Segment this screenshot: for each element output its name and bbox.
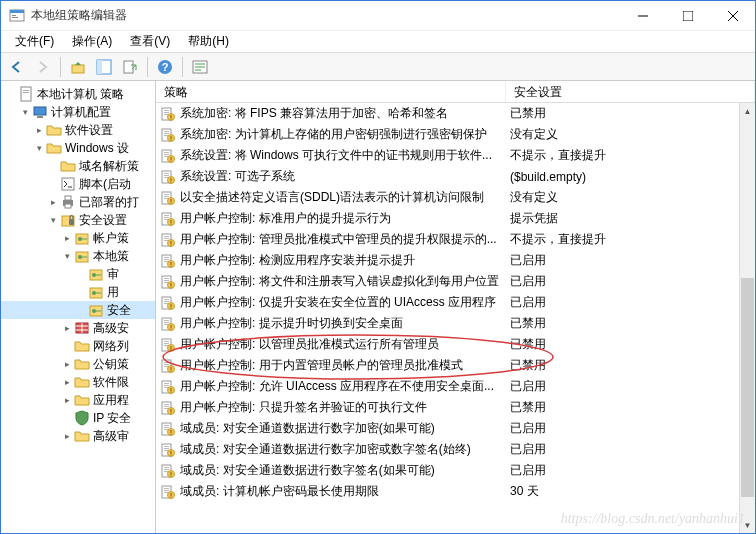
list-row[interactable]: 用户帐户控制: 只提升签名并验证的可执行文件已禁用 xyxy=(156,397,755,418)
menu-file[interactable]: 文件(F) xyxy=(7,31,62,52)
cell-setting: 不提示，直接提升 xyxy=(506,147,755,164)
list-row[interactable]: 域成员: 对安全通道数据进行数字加密或数字签名(始终)已启用 xyxy=(156,439,755,460)
svg-rect-145 xyxy=(171,409,172,412)
tree-item[interactable]: ▾计算机配置 xyxy=(1,103,155,121)
column-header-policy[interactable]: 策略 xyxy=(156,81,506,102)
svg-rect-25 xyxy=(69,219,74,225)
scroll-thumb[interactable] xyxy=(741,278,754,497)
expander-icon[interactable]: ▾ xyxy=(33,143,45,153)
tree-item[interactable]: ▸高级安 xyxy=(1,319,155,337)
policy-icon xyxy=(160,358,176,374)
expander-icon[interactable]: ▾ xyxy=(47,215,59,225)
toolbar-separator xyxy=(147,57,148,77)
folder-icon xyxy=(74,338,90,354)
menu-help[interactable]: 帮助(H) xyxy=(180,31,237,52)
scroll-track[interactable] xyxy=(740,119,755,517)
tree-item[interactable]: ▾安全设置 xyxy=(1,211,155,229)
expander-icon[interactable]: ▸ xyxy=(47,197,59,207)
list-row[interactable]: 用户帐户控制: 标准用户的提升提示行为提示凭据 xyxy=(156,208,755,229)
list-row[interactable]: 用户帐户控制: 仅提升安装在安全位置的 UIAccess 应用程序已启用 xyxy=(156,292,755,313)
tree-item[interactable]: 网络列 xyxy=(1,337,155,355)
tree-item[interactable]: 安全 xyxy=(1,301,155,319)
list-row[interactable]: 用户帐户控制: 将文件和注册表写入错误虚拟化到每用户位置已启用 xyxy=(156,271,755,292)
cell-policy: 用户帐户控制: 允许 UIAccess 应用程序在不使用安全桌面... xyxy=(156,378,506,395)
tree-item[interactable]: ▸高级审 xyxy=(1,427,155,445)
export-button[interactable] xyxy=(118,55,142,79)
expander-icon[interactable]: ▸ xyxy=(61,323,73,333)
scroll-down-button[interactable]: ▼ xyxy=(740,517,755,533)
tree-item[interactable]: ▸公钥策 xyxy=(1,355,155,373)
expander-icon[interactable]: ▾ xyxy=(19,107,31,117)
back-button[interactable] xyxy=(5,55,29,79)
expander-icon[interactable]: ▸ xyxy=(61,395,73,405)
list-row[interactable]: 用户帐户控制: 以管理员批准模式运行所有管理员已禁用 xyxy=(156,334,755,355)
cell-setting: 已禁用 xyxy=(506,336,755,353)
list-row[interactable]: 域成员: 对安全通道数据进行数字加密(如果可能)已启用 xyxy=(156,418,755,439)
tree-item[interactable]: ▸软件限 xyxy=(1,373,155,391)
tree-item[interactable]: ▸应用程 xyxy=(1,391,155,409)
svg-rect-22 xyxy=(65,196,71,200)
expander-icon[interactable]: ▾ xyxy=(61,251,73,261)
svg-rect-125 xyxy=(171,349,172,350)
list-row[interactable]: 用户帐户控制: 提示提升时切换到安全桌面已禁用 xyxy=(156,313,755,334)
tree-item[interactable]: 本地计算机 策略 xyxy=(1,85,155,103)
list-row[interactable]: 用户帐户控制: 管理员批准模式中管理员的提升权限提示的...不提示，直接提升 xyxy=(156,229,755,250)
vertical-scrollbar[interactable]: ▲ ▼ xyxy=(739,103,755,533)
up-button[interactable] xyxy=(66,55,90,79)
menu-view[interactable]: 查看(V) xyxy=(122,31,178,52)
tree-item[interactable]: ▸已部署的打 xyxy=(1,193,155,211)
tree-item[interactable]: IP 安全 xyxy=(1,409,155,427)
tree-item-label: 高级安 xyxy=(93,320,129,337)
lock-icon xyxy=(60,212,76,228)
navigation-tree[interactable]: 本地计算机 策略▾计算机配置▸软件设置▾Windows 设域名解析策脚本(启动▸… xyxy=(1,81,156,533)
list-row[interactable]: 用户帐户控制: 用于内置管理员帐户的管理员批准模式已禁用 xyxy=(156,355,755,376)
tree-item-label: 高级审 xyxy=(93,428,129,445)
tree-item[interactable]: 域名解析策 xyxy=(1,157,155,175)
policy-label: 用户帐户控制: 以管理员批准模式运行所有管理员 xyxy=(180,336,439,353)
list-row[interactable]: 用户帐户控制: 允许 UIAccess 应用程序在不使用安全桌面...已启用 xyxy=(156,376,755,397)
expander-icon[interactable]: ▸ xyxy=(61,377,73,387)
tree-item[interactable]: 审 xyxy=(1,265,155,283)
tree-item[interactable]: ▾本地策 xyxy=(1,247,155,265)
svg-rect-47 xyxy=(171,115,172,118)
maximize-button[interactable] xyxy=(665,1,710,30)
list-row[interactable]: 系统加密: 为计算机上存储的用户密钥强制进行强密钥保护没有定义 xyxy=(156,124,755,145)
list-row[interactable]: 用户帐户控制: 检测应用程序安装并提示提升已启用 xyxy=(156,250,755,271)
list-row[interactable]: 系统设置: 可选子系统($build.empty) xyxy=(156,166,755,187)
expander-icon[interactable]: ▸ xyxy=(61,233,73,243)
show-hide-tree-button[interactable] xyxy=(92,55,116,79)
column-header-setting[interactable]: 安全设置 xyxy=(506,81,755,102)
expander-icon[interactable]: ▸ xyxy=(33,125,45,135)
close-button[interactable] xyxy=(710,1,755,30)
list-row[interactable]: 以安全描述符定义语言(SDDL)语法表示的计算机访问限制没有定义 xyxy=(156,187,755,208)
list-row[interactable]: 域成员: 计算机帐户密码最长使用期限30 天 xyxy=(156,481,755,502)
tree-item[interactable]: 用 xyxy=(1,283,155,301)
tree-item[interactable]: ▾Windows 设 xyxy=(1,139,155,157)
svg-rect-128 xyxy=(164,364,169,365)
expander-icon[interactable]: ▸ xyxy=(61,431,73,441)
svg-rect-57 xyxy=(164,152,169,153)
svg-rect-146 xyxy=(171,412,172,413)
list-row[interactable]: 域成员: 对安全通道数据进行数字签名(如果可能)已启用 xyxy=(156,460,755,481)
svg-rect-166 xyxy=(171,472,172,475)
tree-item[interactable]: ▸帐户策 xyxy=(1,229,155,247)
expander-icon[interactable]: ▸ xyxy=(61,359,73,369)
minimize-button[interactable] xyxy=(620,1,665,30)
cell-policy: 域成员: 对安全通道数据进行数字加密或数字签名(始终) xyxy=(156,441,506,458)
printer-icon xyxy=(60,194,76,210)
svg-rect-159 xyxy=(171,451,172,454)
filter-button[interactable] xyxy=(188,55,212,79)
help-button[interactable]: ? xyxy=(153,55,177,79)
forward-button[interactable] xyxy=(31,55,55,79)
menu-action[interactable]: 操作(A) xyxy=(64,31,120,52)
list-row[interactable]: 系统设置: 将 Windows 可执行文件中的证书规则用于软件...不提示，直接… xyxy=(156,145,755,166)
svg-rect-167 xyxy=(171,475,172,476)
tree-item[interactable]: 脚本(启动 xyxy=(1,175,155,193)
svg-rect-78 xyxy=(164,215,169,216)
policy-icon xyxy=(160,211,176,227)
tree-item[interactable]: ▸软件设置 xyxy=(1,121,155,139)
list-body[interactable]: 系统加密: 将 FIPS 兼容算法用于加密、哈希和签名已禁用系统加密: 为计算机… xyxy=(156,103,755,533)
scroll-up-button[interactable]: ▲ xyxy=(740,103,755,119)
list-row[interactable]: 系统加密: 将 FIPS 兼容算法用于加密、哈希和签名已禁用 xyxy=(156,103,755,124)
key-icon xyxy=(88,302,104,318)
